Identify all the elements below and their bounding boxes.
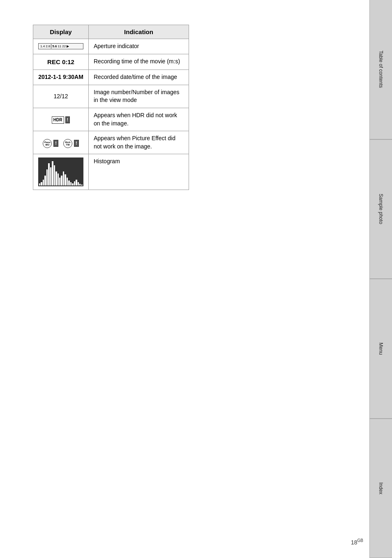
sidebar-tab-index[interactable]: Index <box>369 419 392 558</box>
histogram-graphic <box>38 157 83 186</box>
histogram-bar <box>63 171 64 186</box>
histogram-bar <box>78 182 79 185</box>
date-text: 2012-1-1 9:30AM <box>38 74 83 80</box>
aperture-display-cell: 1.4 2.8 5.6 11 22 ▶ <box>33 39 89 54</box>
hdr-exclamation-icon: ! <box>65 116 70 123</box>
hdr-indication: Appears when HDR did not work on the ima… <box>89 108 189 131</box>
histogram-bar <box>70 182 71 185</box>
table-row: REC 0:12 Recording time of the movie (m:… <box>33 54 189 70</box>
aperture-scale: 1.4 2.8 5.6 11 22 ▶ <box>38 43 83 49</box>
image-number-text: 12/12 <box>53 93 68 100</box>
histogram-bar <box>76 180 77 186</box>
picture-effect-display-cell: PanoMO ! RichTW ! <box>33 131 89 154</box>
histogram-bar <box>67 178 68 186</box>
page-number: 18GB <box>351 538 363 546</box>
rec-indication: Recording time of the movie (m:s) <box>89 54 189 70</box>
histogram-bar <box>50 167 51 186</box>
histogram-bar <box>52 161 53 185</box>
table-row: 1.4 2.8 5.6 11 22 ▶ Aperture indicator <box>33 39 189 54</box>
table-row: HDR ! Appears when HDR did not work on t… <box>33 108 189 131</box>
col-header-display: Display <box>33 25 89 39</box>
histogram-bar <box>74 181 75 185</box>
table-row: PanoMO ! RichTW ! Appears when Picture E… <box>33 131 189 154</box>
hdr-box-icon: HDR <box>52 116 64 124</box>
histogram-bar <box>81 185 82 185</box>
histogram-bar <box>44 176 46 186</box>
table-row: 12/12 Image number/Number of images in t… <box>33 85 189 108</box>
histogram-bar <box>48 163 49 185</box>
table-row: 2012-1-1 9:30AM Recorded date/time of th… <box>33 70 189 85</box>
pano-icon: PanoMO <box>43 139 52 148</box>
histogram-bar <box>68 181 69 185</box>
rec-display-cell: REC 0:12 <box>33 54 89 70</box>
histogram-bar <box>79 184 81 185</box>
picture-effect-icons: PanoMO ! RichTW ! <box>43 139 78 148</box>
histogram-display-cell <box>33 154 89 190</box>
table-row: Histogram <box>33 154 189 190</box>
picture-effect-indication: Appears when Picture Effect did not work… <box>89 131 189 154</box>
histogram-bars <box>39 158 83 185</box>
histogram-bar <box>39 183 40 185</box>
image-number-indication: Image number/Number of images in the vie… <box>89 85 189 108</box>
histogram-bar <box>61 176 62 186</box>
histogram-bar <box>59 178 60 186</box>
histogram-bar <box>43 180 44 186</box>
col-header-indication: Indication <box>89 25 189 39</box>
histogram-bar <box>41 182 42 185</box>
histogram-bar <box>72 183 73 185</box>
sidebar-tab-menu[interactable]: Menu <box>369 279 392 419</box>
histogram-bar <box>58 174 59 186</box>
hdr-icon: HDR ! <box>52 116 70 124</box>
date-display-cell: 2012-1-1 9:30AM <box>33 70 89 85</box>
info-table: Display Indication 1.4 2.8 5.6 11 22 ▶ <box>33 25 189 190</box>
right-sidebar: Table of contents Sample photo Menu Inde… <box>369 0 392 558</box>
main-content: Display Indication 1.4 2.8 5.6 11 22 ▶ <box>0 0 337 206</box>
histogram-bar <box>46 169 48 186</box>
aperture-indication: Aperture indicator <box>89 39 189 54</box>
histogram-indication: Histogram <box>89 154 189 190</box>
date-indication: Recorded date/time of the image <box>89 70 189 85</box>
rich-exclamation-icon: ! <box>74 140 79 147</box>
rich-icon: RichTW <box>63 139 72 148</box>
sidebar-tab-toc[interactable]: Table of contents <box>369 0 392 139</box>
image-number-display-cell: 12/12 <box>33 85 89 108</box>
sidebar-tab-sample[interactable]: Sample photo <box>369 139 392 279</box>
hdr-display-cell: HDR ! <box>33 108 89 131</box>
histogram-bar <box>65 174 66 186</box>
histogram-bar <box>55 171 57 186</box>
pano-exclamation-icon: ! <box>53 140 58 147</box>
histogram-bar <box>54 165 55 186</box>
rec-text: REC 0:12 <box>47 58 74 65</box>
